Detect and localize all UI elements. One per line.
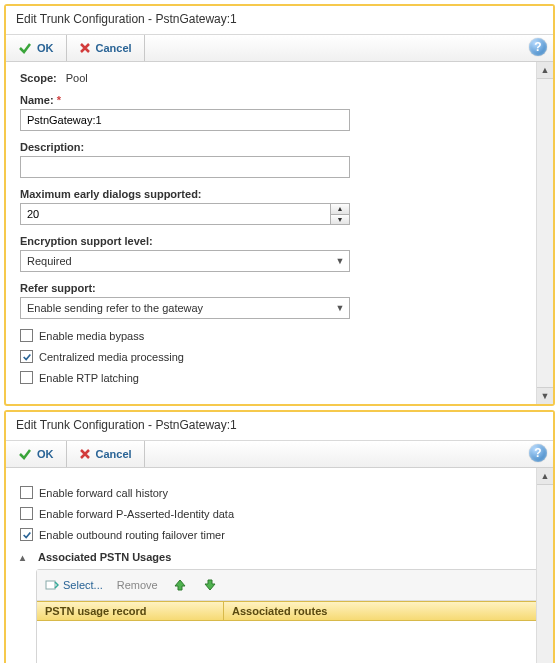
- table-body[interactable]: [37, 621, 538, 663]
- cancel-icon: [79, 448, 91, 460]
- enable-rtp-latching-checkbox[interactable]: [20, 371, 33, 384]
- centralized-media-label: Centralized media processing: [39, 351, 184, 363]
- failover-timer-label: Enable outbound routing failover timer: [39, 529, 225, 541]
- move-up-button[interactable]: [172, 577, 188, 593]
- cancel-button[interactable]: Cancel: [67, 441, 145, 467]
- enable-media-bypass-label: Enable media bypass: [39, 330, 144, 342]
- scroll-up-icon[interactable]: ▲: [537, 62, 553, 79]
- enable-rtp-latching-label: Enable RTP latching: [39, 372, 139, 384]
- spinner-up-icon[interactable]: ▲: [331, 204, 349, 215]
- enable-media-bypass-checkbox[interactable]: [20, 329, 33, 342]
- refer-select[interactable]: Enable sending refer to the gateway ▼: [20, 297, 350, 319]
- scrollbar[interactable]: ▲ ▼: [536, 62, 553, 404]
- scroll-up-icon[interactable]: ▲: [537, 468, 553, 485]
- ok-button[interactable]: OK: [6, 35, 67, 61]
- refer-label: Refer support:: [20, 282, 539, 294]
- col-associated-routes: Associated routes: [224, 602, 538, 620]
- max-dialogs-label: Maximum early dialogs supported:: [20, 188, 539, 200]
- encryption-value: Required: [21, 255, 331, 267]
- scroll-down-icon[interactable]: ▼: [537, 387, 553, 404]
- associated-pstn-usages-label: Associated PSTN Usages: [38, 551, 171, 563]
- expander-icon: ▴: [20, 552, 32, 563]
- scope-label: Scope:: [20, 72, 57, 84]
- pstn-usages-subpanel: Select... Remove PSTN usage record Assoc…: [36, 569, 539, 663]
- fwd-pai-checkbox[interactable]: [20, 507, 33, 520]
- refer-value: Enable sending refer to the gateway: [21, 302, 331, 314]
- ok-button[interactable]: OK: [6, 441, 67, 467]
- arrow-down-icon: [203, 578, 217, 592]
- edit-trunk-panel-top: Edit Trunk Configuration - PstnGateway:1…: [4, 4, 555, 406]
- col-pstn-usage-record: PSTN usage record: [37, 602, 224, 620]
- name-input[interactable]: [20, 109, 350, 131]
- fwd-call-history-checkbox[interactable]: [20, 486, 33, 499]
- panel-toolbar: OK Cancel ?: [6, 441, 553, 468]
- ok-label: OK: [37, 448, 54, 460]
- panel-toolbar: OK Cancel ?: [6, 35, 553, 62]
- panel-body: ▲ ▼ Enable forward call history Enable f…: [6, 468, 553, 663]
- remove-button[interactable]: Remove: [117, 579, 158, 591]
- ok-label: OK: [37, 42, 54, 54]
- description-label: Description:: [20, 141, 539, 153]
- spinner-down-icon[interactable]: ▼: [331, 215, 349, 225]
- select-icon: [45, 578, 59, 592]
- checkmark-icon: [18, 41, 32, 55]
- associated-pstn-usages-header[interactable]: ▴ Associated PSTN Usages: [20, 551, 539, 563]
- max-dialogs-input[interactable]: [21, 204, 330, 224]
- cancel-label: Cancel: [96, 448, 132, 460]
- select-button[interactable]: Select...: [45, 578, 103, 592]
- encryption-select[interactable]: Required ▼: [20, 250, 350, 272]
- table-header: PSTN usage record Associated routes: [37, 601, 538, 621]
- encryption-label: Encryption support level:: [20, 235, 539, 247]
- move-down-button[interactable]: [202, 577, 218, 593]
- cancel-icon: [79, 42, 91, 54]
- remove-label: Remove: [117, 579, 158, 591]
- cancel-label: Cancel: [96, 42, 132, 54]
- failover-timer-checkbox[interactable]: [20, 528, 33, 541]
- select-label: Select...: [63, 579, 103, 591]
- panel-body: ▲ ▼ Scope: Pool Name:* Description:: [6, 62, 553, 404]
- chevron-down-icon: ▼: [331, 303, 349, 313]
- scope-value: Pool: [66, 72, 88, 84]
- checkmark-icon: [18, 447, 32, 461]
- fwd-pai-label: Enable forward P-Asserted-Identity data: [39, 508, 234, 520]
- scope-row: Scope: Pool: [20, 72, 539, 84]
- panel-title: Edit Trunk Configuration - PstnGateway:1: [6, 412, 553, 441]
- centralized-media-checkbox[interactable]: [20, 350, 33, 363]
- scrollbar[interactable]: ▲ ▼: [536, 468, 553, 663]
- name-label: Name:: [20, 94, 54, 106]
- required-marker: *: [57, 94, 61, 106]
- arrow-up-icon: [173, 578, 187, 592]
- svg-rect-0: [46, 581, 55, 589]
- fwd-call-history-label: Enable forward call history: [39, 487, 168, 499]
- panel-title: Edit Trunk Configuration - PstnGateway:1: [6, 6, 553, 35]
- chevron-down-icon: ▼: [331, 256, 349, 266]
- max-dialogs-spinner[interactable]: ▲ ▼: [20, 203, 350, 225]
- help-icon[interactable]: ?: [529, 38, 547, 56]
- sub-toolbar: Select... Remove: [37, 570, 538, 601]
- description-input[interactable]: [20, 156, 350, 178]
- help-icon[interactable]: ?: [529, 444, 547, 462]
- cancel-button[interactable]: Cancel: [67, 35, 145, 61]
- edit-trunk-panel-bottom: Edit Trunk Configuration - PstnGateway:1…: [4, 410, 555, 663]
